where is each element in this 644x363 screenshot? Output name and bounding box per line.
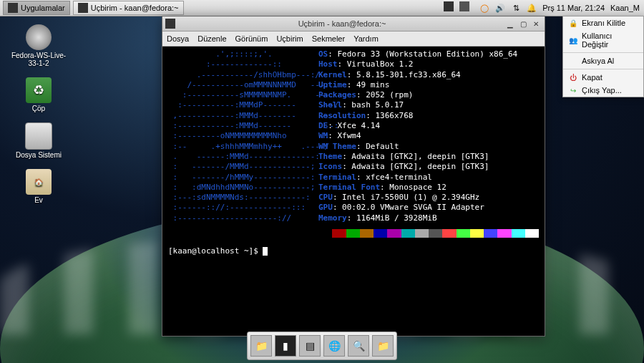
info-line: Icons: Adwaita [GTK2], deepin [GTK3] (318, 162, 489, 172)
user-label[interactable]: Kaan_M (610, 4, 640, 12)
palette-swatch (470, 229, 484, 238)
info-line: Host: VirtualBox 1.2 (318, 59, 413, 69)
palette-swatch (401, 229, 415, 238)
info-line: DE: Xfce 4.14 (318, 121, 380, 131)
task-thumb-icon[interactable] (444, 1, 454, 11)
menu-bar: Dosya Düzenle Görünüm Uçbirim Sekmeler Y… (162, 32, 545, 47)
info-line: Resolution: 1366x768 (318, 111, 413, 121)
desktop-icons: Fedora-WS-Live-33-1-2 ♻ Çöp Dosya Sistem… (7, 21, 70, 207)
applications-menu[interactable]: Uygulamalar (3, 1, 70, 15)
menu-help[interactable]: Yardım (353, 34, 379, 43)
desktop-icon-disc[interactable]: Fedora-WS-Live-33-1-2 (7, 21, 70, 70)
ascii-line: :-------------:: (168, 59, 318, 69)
volume-icon[interactable]: 🔊 (495, 3, 505, 13)
info-line: Uptime: 49 mins (318, 80, 389, 90)
info-line: GPU: 00:02.0 VMware SVGA II Adapter (318, 203, 484, 213)
menu-logout[interactable]: ↪Çıkış Yap... (563, 84, 643, 97)
close-button[interactable]: ✕ (530, 19, 542, 29)
disc-icon (26, 24, 52, 50)
ascii-line: :---------------------:// (168, 213, 318, 223)
ascii-line: :---------oNMMMMMMMMMNho .: (168, 131, 318, 141)
notification-icon[interactable]: 🔔 (527, 3, 537, 13)
top-panel: Uygulamalar Uçbirim - kaan@fedora:~ ◯ 🔊 … (0, 0, 644, 16)
desktop-icon-home[interactable]: 🏠 Ev (7, 166, 70, 207)
ascii-line: :-----------sMMMMNMNMP. ---: (168, 90, 318, 100)
palette-swatch (360, 229, 374, 238)
dock-files[interactable]: 📁 (250, 335, 272, 357)
menu-terminal[interactable]: Uçbirim (276, 34, 303, 43)
task-thumb-icon[interactable] (459, 1, 469, 11)
users-icon: 👥 (569, 36, 577, 44)
palette-swatch (415, 229, 429, 238)
info-line: Packages: 2052 (rpm) (318, 90, 413, 100)
icon-label: Çöp (32, 105, 45, 112)
dock-search[interactable]: 🔍 (348, 335, 369, 357)
ascii-line: : :dMNdhhdNMMNo------------; (168, 183, 318, 193)
icon-label: Ev (34, 196, 43, 204)
maximize-button[interactable]: ▢ (517, 19, 529, 29)
menu-lock-screen[interactable]: 🔒Ekranı Kilitle (563, 16, 643, 29)
color-palette (318, 229, 539, 238)
palette-swatch (374, 229, 387, 238)
info-line: Theme: Adwaita [GTK2], deepin [GTK3] (318, 152, 489, 162)
dock-text[interactable]: ▤ (299, 335, 321, 357)
power-icon: ⏻ (569, 73, 577, 82)
info-line: Memory: 1164MiB / 3928MiB (318, 213, 437, 223)
shell-prompt: [kaan@localhost ~]$ (168, 246, 539, 256)
menu-suspend[interactable]: Askıya Al (563, 54, 643, 67)
user-context-menu: 🔒Ekranı Kilitle 👥Kullanıcı Değiştir Askı… (562, 16, 644, 97)
icon-label: Dosya Sistemi (16, 151, 62, 159)
palette-swatch (332, 229, 346, 238)
vbox-icon[interactable]: ◯ (479, 3, 489, 13)
menu-shutdown[interactable]: ⏻Kapat (563, 71, 643, 84)
dock-browser[interactable]: 🌐 (323, 335, 345, 357)
palette-swatch (442, 229, 456, 238)
minimize-button[interactable]: ▁ (504, 19, 516, 29)
ascii-line: .',;::::;,'. (168, 49, 318, 59)
home-icon: 🏠 (26, 169, 52, 195)
ascii-line: :---:sdNMMMMNds:------------: (168, 193, 318, 203)
window-title: Uçbirim - kaan@fedora:~ (180, 19, 504, 28)
info-line: WM Theme: Default (318, 142, 399, 152)
title-bar[interactable]: Uçbirim - kaan@fedora:~ ▁ ▢ ✕ (162, 16, 545, 32)
palette-swatch (525, 229, 539, 238)
palette-swatch (457, 229, 470, 238)
clock-label[interactable]: Prş 11 Mar, 21:24 (542, 4, 605, 12)
ascii-line: .-----------/shhOHbmp---:/ (168, 70, 318, 80)
taskbar-label: Uçbirim - kaan@fedora:~ (91, 4, 179, 12)
cursor-icon (263, 247, 268, 256)
ascii-line: ,------------:MMMd-------- ---: (168, 111, 318, 121)
palette-swatch (484, 229, 497, 238)
palette-swatch (429, 229, 442, 238)
menu-edit[interactable]: Düzenle (197, 34, 226, 43)
dock-terminal[interactable]: ▮ (275, 335, 296, 357)
ascii-line: :-- .+shhhMMMmhhy++ .----/ (168, 142, 318, 152)
ascii-line: :-----------:MMMdP------- ---/ (168, 100, 318, 110)
icon-label: Fedora-WS-Live-33-1-2 (10, 52, 67, 67)
ascii-line: . ------:MMMd--------------: (168, 152, 318, 162)
info-line: Kernel: 5.8.15-301.fc33.x86_64 (318, 70, 461, 80)
ascii-line: :------:://:-------------::: (168, 203, 318, 213)
menu-view[interactable]: Görünüm (235, 34, 268, 43)
menu-tabs[interactable]: Sekmeler (312, 34, 345, 43)
terminal-icon (8, 3, 18, 13)
applications-label: Uygulamalar (21, 4, 65, 12)
info-line: Terminal Font: Monospace 12 (318, 183, 447, 193)
network-icon[interactable]: ⇅ (511, 3, 521, 13)
desktop-icon-filesystem[interactable]: Dosya Sistemi (7, 120, 70, 162)
logout-icon: ↪ (569, 86, 577, 95)
terminal-body[interactable]: .',;::::;,'.OS: Fedora 33 (Workstation E… (162, 47, 545, 336)
menu-file[interactable]: Dosya (167, 34, 189, 43)
bottom-dock: 📁 ▮ ▤ 🌐 🔍 📁 (247, 331, 397, 360)
terminal-icon (165, 19, 175, 29)
menu-switch-user[interactable]: 👥Kullanıcı Değiştir (563, 29, 643, 51)
ascii-line: : -------/MMMd-------------; (168, 162, 318, 172)
ascii-line: :------------:MMMd------- --: (168, 121, 318, 131)
info-line: WM: Xfwm4 (318, 131, 361, 141)
ascii-line: : -------/hMMMy------------: (168, 173, 318, 183)
palette-swatch (387, 229, 401, 238)
dock-folder[interactable]: 📁 (372, 335, 394, 357)
taskbar-item-terminal[interactable]: Uçbirim - kaan@fedora:~ (73, 1, 184, 15)
lock-icon: 🔒 (569, 19, 577, 27)
desktop-icon-trash[interactable]: ♻ Çöp (7, 74, 70, 115)
